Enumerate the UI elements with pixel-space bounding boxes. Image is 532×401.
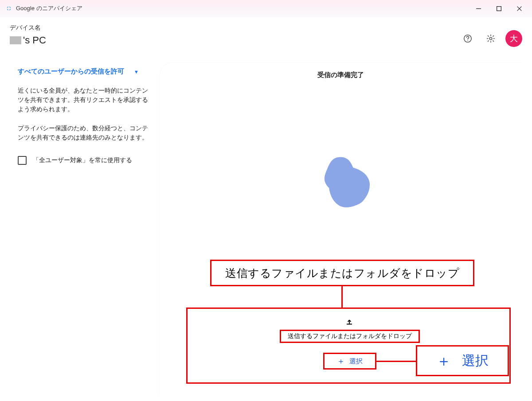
upload-icon bbox=[345, 318, 353, 326]
device-name-label: デバイス名 bbox=[10, 24, 46, 32]
close-button[interactable] bbox=[509, 0, 529, 17]
avatar-text: 大 bbox=[510, 33, 518, 44]
device-block: デバイス名 's PC bbox=[10, 24, 46, 46]
minimize-button[interactable] bbox=[468, 0, 489, 17]
drop-prompt-text: 送信するファイルまたはフォルダをドロップ bbox=[288, 332, 412, 340]
sidebar: すべてのユーザーからの受信を許可 ▼ 近くにいる全員が、あなたと一時的にコンテン… bbox=[0, 52, 160, 396]
visibility-dropdown[interactable]: すべてのユーザーからの受信を許可 ▼ bbox=[18, 67, 148, 76]
annotation-connector-vertical bbox=[341, 286, 343, 308]
always-everyone-row: 「全ユーザー対象」を常に使用する bbox=[18, 156, 148, 165]
window-titlebar: Google のニアバイシェア bbox=[0, 0, 532, 17]
svg-rect-1 bbox=[497, 6, 501, 11]
header: デバイス名 's PC 大 bbox=[0, 17, 532, 52]
annotation-select-button-large: ＋ 選択 bbox=[416, 345, 509, 376]
window-title: Google のニアバイシェア bbox=[16, 4, 82, 12]
redacted-name bbox=[10, 36, 21, 44]
help-button[interactable] bbox=[459, 30, 476, 47]
always-everyone-checkbox[interactable] bbox=[18, 156, 27, 165]
visibility-description-2: プライバシー保護のため、数分経つと、コンテンツを共有できるのは連絡先のみとなりま… bbox=[18, 124, 148, 143]
annotation-connector-horizontal bbox=[376, 361, 416, 362]
select-button-label-large: 選択 bbox=[462, 352, 489, 370]
annotation-drop-prompt-large: 送信するファイルまたはフォルダをドロップ bbox=[210, 260, 474, 286]
always-everyone-label: 「全ユーザー対象」を常に使用する bbox=[33, 156, 132, 164]
svg-point-5 bbox=[467, 40, 468, 41]
annotation-drop-prompt-small: 送信するファイルまたはフォルダをドロップ bbox=[280, 330, 420, 343]
device-name: 's PC bbox=[10, 35, 46, 46]
visibility-description-1: 近くにいる全員が、あなたと一時的にコンテンツを共有できます。共有リクエストを承認… bbox=[18, 86, 148, 114]
select-button-label: 選択 bbox=[349, 357, 363, 366]
nearby-share-icon bbox=[5, 5, 12, 12]
plus-icon: ＋ bbox=[337, 356, 345, 366]
chevron-down-icon: ▼ bbox=[134, 69, 139, 74]
annotation-drop-prompt-large-text: 送信するファイルまたはフォルダをドロップ bbox=[225, 266, 459, 280]
header-actions: 大 bbox=[459, 24, 522, 47]
device-name-suffix: 's PC bbox=[23, 35, 46, 46]
svg-point-6 bbox=[489, 37, 492, 40]
window-controls bbox=[468, 0, 529, 17]
avatar[interactable]: 大 bbox=[505, 30, 522, 47]
settings-button[interactable] bbox=[482, 30, 499, 47]
maximize-button[interactable] bbox=[489, 0, 509, 17]
select-button[interactable]: ＋ 選択 bbox=[323, 353, 376, 370]
ready-status: 受信の準備完了 bbox=[317, 71, 364, 79]
visibility-dropdown-label: すべてのユーザーからの受信を許可 bbox=[18, 67, 124, 76]
